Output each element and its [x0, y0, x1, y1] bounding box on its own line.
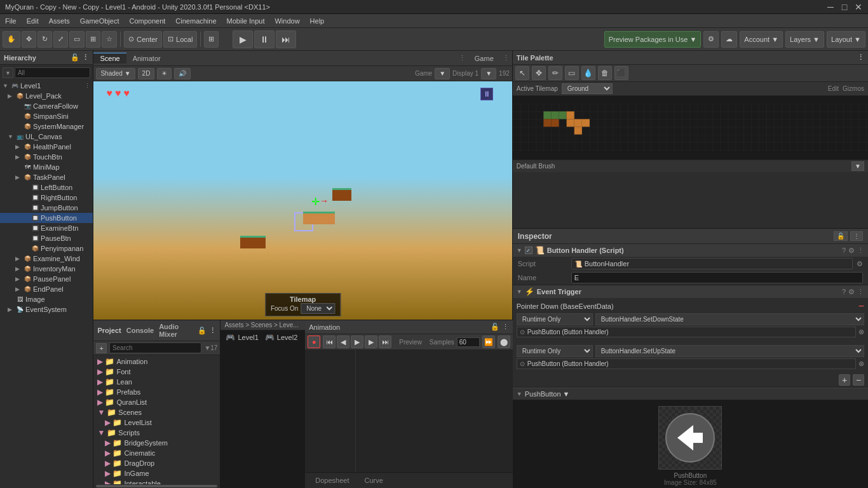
menu-gameobject[interactable]: GameObject: [75, 16, 125, 26]
handler-obj-2[interactable]: ⊙ PushButton (Button Handler): [517, 358, 856, 369]
custom-tool[interactable]: ☆: [102, 31, 117, 48]
hand-tool[interactable]: ✋: [3, 31, 20, 48]
tree-item-level1[interactable]: ▼ 🎮 Level1 ⋮: [0, 81, 93, 91]
add-button[interactable]: +: [96, 343, 106, 353]
snap-button[interactable]: ⊞: [204, 31, 219, 48]
window-controls[interactable]: ─ □ ✕: [826, 3, 863, 11]
scene-pause-button[interactable]: ⏸: [480, 88, 493, 100]
tree-item-simpan[interactable]: 📦 SimpanSini: [0, 111, 93, 121]
step-button[interactable]: ⏭: [276, 30, 296, 48]
cloud-button[interactable]: ☁: [721, 31, 737, 48]
move-tool[interactable]: ✥: [22, 31, 36, 48]
tile-move-btn[interactable]: ✥: [532, 66, 546, 80]
tree-item-penyimpanan[interactable]: 📦 Penyimpanan: [0, 243, 93, 254]
game-aspect-dropdown[interactable]: ▼: [435, 68, 450, 79]
tile-paint-btn[interactable]: ✏: [548, 66, 562, 80]
comp-help-btn[interactable]: ?: [842, 247, 846, 255]
anim-prev-key[interactable]: ⏮: [323, 336, 336, 348]
hierarchy-search-input[interactable]: [15, 67, 91, 78]
comp-settings-btn[interactable]: ⚙: [848, 247, 855, 255]
runtime-select-1[interactable]: Runtime Only: [517, 313, 593, 325]
local-global-button[interactable]: ⊡ Local: [163, 31, 197, 48]
menu-help[interactable]: Help: [305, 16, 330, 26]
lighting-button[interactable]: ☀: [157, 68, 172, 79]
brush-dropdown[interactable]: ▼: [851, 161, 864, 171]
console-tab[interactable]: Console: [126, 327, 154, 334]
remove-event-1[interactable]: −: [858, 301, 864, 312]
display-dropdown[interactable]: ▼: [481, 68, 496, 79]
pushbutton-header[interactable]: ▼ PushButton ▼: [513, 388, 868, 400]
folder-lean[interactable]: ▶ 📁 Lean: [95, 377, 219, 387]
tree-item-jump[interactable]: 🔲 JumpButton: [0, 203, 93, 213]
tree-item-health[interactable]: ▶ 📦 HealthPanel: [0, 142, 93, 152]
project-lock[interactable]: 🔓: [198, 327, 207, 335]
handler-obj-1[interactable]: ⊙ PushButton (Button Handler): [517, 327, 856, 337]
remove-handler-btn[interactable]: −: [853, 374, 864, 386]
anim-extra-2[interactable]: ⬤: [498, 336, 510, 348]
folder-cinematic[interactable]: ▶ 📁 Cinematic: [95, 448, 219, 458]
samples-input[interactable]: [457, 337, 480, 347]
anim-next-frame[interactable]: ▶: [365, 336, 377, 348]
tile-palette-menu[interactable]: ⋮: [857, 53, 864, 62]
script-value-field[interactable]: 📜 ButtonHandler: [571, 258, 853, 269]
runtime-select-2[interactable]: Runtime Only: [517, 345, 593, 357]
handler-select-1[interactable]: ButtonHandler.SetDownState: [595, 313, 864, 325]
curves-tab[interactable]: Curve: [360, 474, 388, 487]
scene-canvas[interactable]: ♥ ♥ ♥ ⏸ ✛ → T: [93, 81, 512, 320]
folder-dragdrop[interactable]: ▶ 📁 DragDrop: [95, 458, 219, 468]
comp-menu-btn[interactable]: ⋮: [857, 247, 864, 255]
name-input[interactable]: [571, 272, 863, 283]
maximize-button[interactable]: □: [840, 3, 849, 11]
menu-cinemachine[interactable]: Cinemachine: [170, 16, 221, 26]
evttrig-help[interactable]: ?: [842, 288, 846, 296]
project-menu[interactable]: ⋮: [209, 327, 216, 335]
tree-item-touch[interactable]: ▶ 📦 TouchBtn: [0, 152, 93, 162]
add-handler-btn[interactable]: +: [839, 374, 850, 386]
tree-item-minimap[interactable]: 🗺 MiniMap: [0, 162, 93, 172]
layers-button[interactable]: Layers ▼: [785, 31, 824, 48]
folder-bridge[interactable]: ▶ 📁 BridgeSystem: [95, 438, 219, 448]
handler-remove-1[interactable]: ⊗: [858, 328, 864, 336]
menu-window[interactable]: Window: [269, 16, 304, 26]
tree-item-pausepanel[interactable]: ▶ 📦 PausePanel: [0, 274, 93, 284]
tab-animator[interactable]: Animator: [126, 53, 167, 64]
tree-item-endpanel[interactable]: ▶ 📦 EndPanel: [0, 284, 93, 294]
audio-mixer-tab[interactable]: Audio Mixer: [159, 323, 198, 338]
tree-item-task[interactable]: ▶ 📦 TaskPanel: [0, 172, 93, 182]
hierarchy-menu-icon[interactable]: ⋮: [82, 53, 89, 62]
folder-font[interactable]: ▶ 📁 Font: [95, 367, 219, 377]
inspector-menu[interactable]: ⋮: [850, 231, 863, 241]
asset-level1[interactable]: 🎮 Level1: [223, 332, 261, 343]
anim-prev-frame[interactable]: ◀: [337, 336, 349, 348]
2d-button[interactable]: 2D: [138, 68, 155, 79]
account-button[interactable]: Account ▼: [740, 31, 783, 48]
tree-item-pause[interactable]: 🔲 PauseBtn: [0, 233, 93, 243]
folder-prefabs[interactable]: ▶ 📁 Prefabs: [95, 387, 219, 397]
handler-select-2[interactable]: ButtonHandler.SetUpState: [595, 345, 864, 357]
tree-item-push[interactable]: 🔲 PushButton: [0, 213, 93, 223]
tab-scene[interactable]: Scene: [93, 53, 126, 64]
tree-item-image[interactable]: 🖼 Image: [0, 294, 93, 304]
minimize-button[interactable]: ─: [826, 3, 835, 11]
tree-item-examine[interactable]: 🔲 ExamineBtn: [0, 223, 93, 233]
tile-select-btn[interactable]: ↖: [515, 66, 529, 80]
hierarchy-filter-btn[interactable]: ▼: [3, 67, 13, 78]
menu-edit[interactable]: Edit: [22, 16, 44, 26]
anim-extra-1[interactable]: ⏩: [482, 336, 495, 348]
anim-lock[interactable]: 🔓: [491, 323, 499, 331]
folder-levellist[interactable]: ▶ 📁 LevelList: [95, 417, 219, 428]
inspector-lock[interactable]: 🔓: [834, 231, 848, 241]
tree-item-eventsystem[interactable]: ▶ 📡 EventSystem: [0, 304, 93, 315]
project-search-input[interactable]: [109, 342, 202, 353]
tree-item-examine-wind[interactable]: ▶ 📦 Examine_Wind: [0, 254, 93, 264]
evttrig-settings[interactable]: ⚙: [848, 288, 855, 296]
dopesheet-tab[interactable]: Dopesheet: [310, 474, 354, 487]
asset-level2[interactable]: 🎮 Level2: [262, 332, 300, 343]
folder-interactable[interactable]: ▶ 📁 Interactable: [95, 478, 219, 484]
pivot-center-button[interactable]: ⊙ Center: [124, 31, 162, 48]
tree-item-left[interactable]: 🔲 LeftButton: [0, 182, 93, 193]
layout-button[interactable]: Layout ▼: [827, 31, 865, 48]
folder-quranlist[interactable]: ▶ 📁 QuranList: [95, 397, 219, 407]
script-link-icon[interactable]: ⚙: [857, 260, 863, 268]
hierarchy-lock-icon[interactable]: 🔓: [71, 53, 79, 62]
